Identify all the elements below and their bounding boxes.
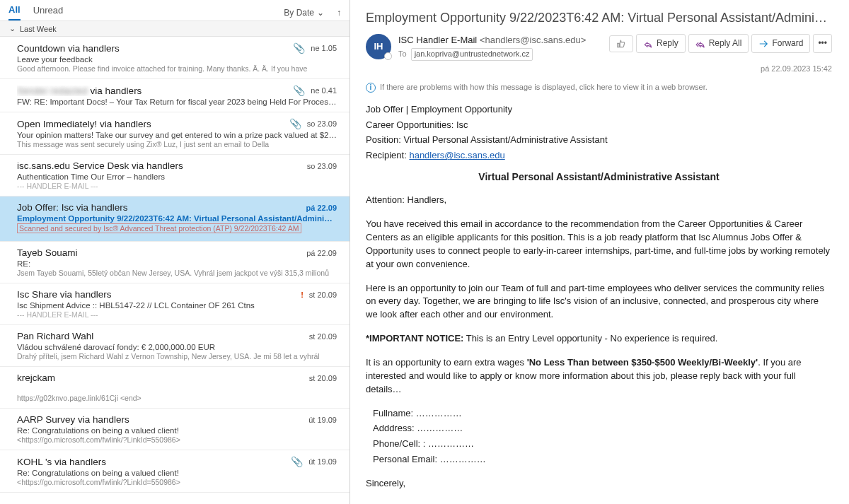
preview: This message was sent securely using Zix… (17, 140, 337, 148)
sender: Job Offer: Isc via handlers (17, 202, 306, 213)
tab-unread[interactable]: Unread (33, 5, 64, 20)
presence-icon (384, 52, 392, 60)
subject: Re: Congratulations on being a valued cl… (17, 426, 337, 435)
reply-button[interactable]: Reply (636, 34, 686, 53)
list-item[interactable]: Tayeb Souami pá 22.09 RE: Jsem Tayeb Sou… (0, 242, 350, 283)
list-item[interactable]: Job Offer: Isc via handlers pá 22.09 Emp… (0, 197, 350, 242)
more-actions-button[interactable]: ••• (813, 34, 832, 53)
date: so 23.09 (307, 162, 337, 170)
date: st 20.09 (309, 374, 337, 382)
subject: Leave your feedback (17, 55, 337, 64)
reply-all-button[interactable]: Reply All (688, 34, 749, 53)
attachment-icon: 📎 (289, 118, 301, 129)
attachment-icon: 📎 (293, 85, 305, 96)
reading-pane: Employment Opportunity 9/22/2023T6:42 AM… (350, 0, 849, 504)
list-item[interactable]: Pan Richard Wahl st 20.09 Vládou schvále… (0, 325, 350, 367)
preview: --- HANDLER E-MAIL --- (17, 310, 337, 319)
message-list-pane: All Unread By Date ⌄ ↑ ⌄ Last Week Count… (0, 0, 350, 504)
header-actions: Reply Reply All Forward ••• (609, 34, 832, 53)
sort-dropdown[interactable]: By Date ⌄ (284, 8, 324, 18)
recipient-chip[interactable]: jan.kopriva@untrustednetwork.cz (411, 48, 533, 61)
tab-all[interactable]: All (8, 4, 21, 20)
subject: Vládou schválené darovací fondy: € 2,000… (17, 343, 337, 351)
preview: Jsem Tayeb Souami, 55letý občan New Jers… (17, 269, 337, 277)
preview: Drahý příteli, jsem Richard Wahl z Verno… (17, 352, 337, 361)
info-icon: i (366, 83, 376, 93)
like-button[interactable] (609, 35, 633, 52)
recipient-line: To jan.kopriva@untrustednetwork.cz (398, 48, 602, 61)
subject: Authentication Time Our Error – handlers (17, 172, 337, 181)
date: pá 22.09 (306, 204, 337, 212)
subject: Isc Shipment Advice :: HBL5147-22 // LCL… (17, 301, 337, 310)
body-title: Virtual Personal Assistant/Administrativ… (366, 170, 832, 184)
list-item[interactable]: krejckam st 20.09 https://g02knvo.page.l… (0, 367, 350, 409)
preview: https://g02knvo.page.link/61Cji <end> (17, 394, 337, 402)
date: út 19.09 (308, 457, 337, 466)
preview: Good afternoon. Please find invoice atta… (17, 64, 337, 73)
list-item[interactable]: Sender redacted via handlers 📎 ne 0.41 F… (0, 79, 350, 112)
date: pá 22.09 (306, 249, 337, 257)
sender: Isc Share via handlers (17, 289, 301, 300)
date: ne 1.05 (311, 44, 337, 52)
subject: Re: Congratulations on being a valued cl… (17, 469, 337, 477)
group-label: Last Week (20, 25, 57, 33)
list-item[interactable]: Isc Share via handlers ! st 20.09 Isc Sh… (0, 283, 350, 325)
date: so 23.09 (307, 119, 337, 128)
preview: Scanned and secured by Isc® Advanced Thr… (17, 223, 301, 233)
sort-label: By Date (284, 8, 314, 18)
sender: krejckam (17, 373, 309, 383)
chevron-down-icon: ⌄ (8, 24, 16, 33)
group-header-last-week[interactable]: ⌄ Last Week (0, 21, 350, 37)
preview: <https://go.microsoft.com/fwlink/?LinkId… (17, 435, 337, 444)
subject: Your opinion matters! Take our survey an… (17, 131, 337, 139)
list-item[interactable]: KOHL 's via handlers 📎 út 19.09 Re: Cong… (0, 450, 350, 493)
render-problem-banner[interactable]: i If there are problems with how this me… (366, 82, 832, 93)
forward-button[interactable]: Forward (751, 34, 810, 53)
flag-icon: ! (301, 291, 304, 299)
attachment-icon: 📎 (293, 42, 305, 54)
ellipsis-icon: ••• (818, 37, 827, 49)
sender-line: ISC Handler E-Mail <handlers@isc.sans.ed… (398, 34, 602, 47)
timestamp: pá 22.09.2023 15:42 (366, 64, 832, 75)
sender: isc.sans.edu Service Desk via handlers (17, 160, 307, 171)
subject (17, 385, 337, 393)
preview: <https://go.microsoft.com/fwlink/?LinkId… (17, 478, 337, 486)
sort-direction-button[interactable]: ↑ (337, 8, 341, 18)
subject: RE: (17, 259, 337, 268)
message-subject: Employment Opportunity 9/22/2023T6:42 AM… (366, 8, 832, 27)
avatar: IH (366, 34, 391, 59)
sender: KOHL 's via handlers (17, 457, 291, 467)
recipient-link[interactable]: handlers@isc.sans.edu (409, 150, 504, 160)
date: st 20.09 (309, 332, 337, 341)
chevron-down-icon: ⌄ (317, 8, 324, 18)
date: ne 0.41 (311, 86, 337, 95)
list-item[interactable]: Open Immediately! via handlers 📎 so 23.0… (0, 112, 350, 155)
subject: Employment Opportunity 9/22/2023T6:42 AM… (17, 214, 337, 223)
attachment-icon: 📎 (291, 456, 303, 467)
message-body: Job Offer | Employment Opportunity Caree… (366, 103, 832, 504)
sender: Pan Richard Wahl (17, 331, 309, 341)
message-scroll[interactable]: Countdown via handlers 📎 ne 1.05 Leave y… (0, 37, 350, 504)
sender: Open Immediately! via handlers (17, 119, 289, 129)
sender: AARP Survey via handlers (17, 414, 308, 425)
list-item[interactable]: isc.sans.edu Service Desk via handlers s… (0, 155, 350, 197)
sender: Sender redacted via handlers (17, 86, 293, 96)
filter-tabs: All Unread By Date ⌄ ↑ (0, 0, 350, 21)
date: st 20.09 (309, 291, 337, 299)
date: út 19.09 (308, 416, 337, 424)
preview: --- HANDLER E-MAIL --- (17, 182, 337, 190)
subject: FW: RE: Important Docs! – Your Tax Retur… (17, 98, 337, 106)
message-header: IH ISC Handler E-Mail <handlers@isc.sans… (366, 34, 832, 61)
list-item[interactable]: AARP Survey via handlers út 19.09 Re: Co… (0, 409, 350, 450)
list-item[interactable]: Countdown via handlers 📎 ne 1.05 Leave y… (0, 37, 350, 79)
sender: Countdown via handlers (17, 43, 293, 54)
sender: Tayeb Souami (17, 247, 306, 258)
